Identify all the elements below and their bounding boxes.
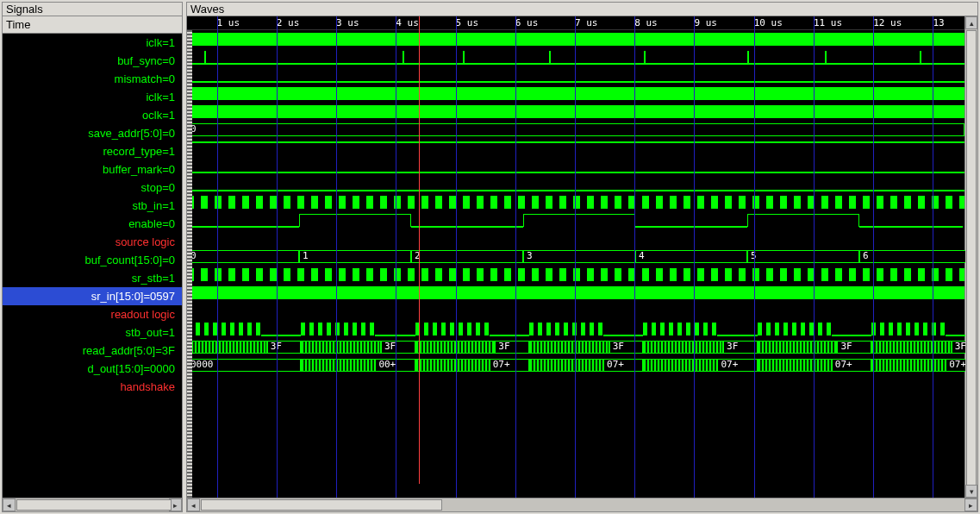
signal-row[interactable]: buf_count[15:0]=0 bbox=[3, 251, 182, 269]
waves-panel: Waves 1 us2 us3 us4 us5 us6 us7 us8 us9 … bbox=[186, 2, 978, 512]
signal-row[interactable]: buf_sync=0 bbox=[3, 52, 182, 70]
grid-line bbox=[575, 16, 576, 498]
wave-row[interactable] bbox=[187, 447, 964, 465]
grid-line bbox=[754, 16, 755, 498]
signals-title: Signals bbox=[3, 3, 182, 16]
scroll-left-icon[interactable]: ◂ bbox=[187, 498, 200, 511]
bus-hatch bbox=[529, 359, 603, 372]
wave-row[interactable] bbox=[187, 374, 964, 392]
hscroll-thumb[interactable] bbox=[201, 499, 442, 511]
pulse bbox=[463, 51, 465, 64]
ruler-tick: 9 us bbox=[694, 17, 717, 28]
wave-row[interactable] bbox=[187, 284, 964, 302]
signal-row[interactable]: save_addr[5:0]=0 bbox=[3, 124, 182, 142]
signal-row[interactable]: mismatch=0 bbox=[3, 70, 182, 88]
vscroll-thumb[interactable] bbox=[966, 30, 977, 486]
signal-row[interactable]: sr_in[15:0]=0597 bbox=[3, 287, 182, 305]
signals-list[interactable]: iclk=1buf_sync=0mismatch=0iclk=1oclk=1sa… bbox=[3, 34, 182, 498]
signals-hscroll[interactable]: ◂ ▸ bbox=[3, 498, 182, 511]
signal-row[interactable]: d_out[15:0]=0000 bbox=[3, 360, 182, 378]
signal-row[interactable]: readout logic bbox=[3, 305, 182, 323]
wave-row[interactable] bbox=[187, 85, 964, 103]
scroll-up-icon[interactable]: ▴ bbox=[965, 16, 977, 29]
bus-hatch bbox=[643, 359, 717, 372]
wave-area[interactable]: 1 us2 us3 us4 us5 us6 us7 us8 us9 us10 u… bbox=[187, 16, 964, 498]
bus-hatch bbox=[758, 341, 838, 354]
wave-row[interactable] bbox=[187, 320, 964, 338]
bus-value: 3F bbox=[495, 341, 529, 354]
wave-row[interactable] bbox=[187, 175, 964, 193]
signal-row[interactable]: iclk=1 bbox=[3, 34, 182, 52]
wave-row[interactable] bbox=[187, 211, 964, 229]
pulse bbox=[920, 51, 921, 64]
wave-row[interactable]: 0123456 bbox=[187, 248, 964, 266]
wave-row[interactable]: 0 bbox=[187, 121, 964, 139]
waves-vscroll[interactable]: ▴ ▾ bbox=[964, 16, 977, 498]
wave-row[interactable] bbox=[187, 411, 964, 429]
wave-row[interactable] bbox=[187, 429, 964, 447]
time-cursor[interactable] bbox=[419, 16, 420, 484]
wave-row[interactable] bbox=[187, 48, 964, 66]
ruler-tick: 1 us bbox=[217, 17, 240, 28]
bus-value: 3F bbox=[837, 341, 871, 354]
wave-row[interactable] bbox=[187, 103, 964, 121]
wave-row[interactable] bbox=[187, 229, 964, 248]
grid-line bbox=[396, 16, 396, 498]
ruler-tick: 12 us bbox=[873, 17, 902, 28]
wave-row[interactable]: 3F3F3F3F3F3F3F bbox=[187, 338, 964, 356]
bus-hatch bbox=[758, 359, 832, 372]
signal-row[interactable]: read_addr[5:0]=3F bbox=[3, 342, 182, 360]
grid-line bbox=[336, 16, 337, 498]
bus-value: 5 bbox=[747, 250, 859, 263]
grid-line bbox=[634, 16, 635, 498]
ruler-tick: 4 us bbox=[396, 17, 419, 28]
scroll-right-icon[interactable]: ▸ bbox=[964, 498, 977, 511]
time-label: Time bbox=[3, 16, 182, 34]
signal-row[interactable]: source logic bbox=[3, 233, 182, 251]
time-ruler[interactable]: 1 us2 us3 us4 us5 us6 us7 us8 us9 us10 u… bbox=[187, 16, 964, 30]
wave-row[interactable] bbox=[187, 30, 964, 48]
signal-row[interactable]: handshake bbox=[3, 378, 182, 396]
grid-line bbox=[456, 16, 457, 498]
ruler-tick: 8 us bbox=[634, 17, 658, 28]
signal-row[interactable]: sr_stb=1 bbox=[3, 269, 182, 287]
drag-handle[interactable] bbox=[187, 30, 192, 498]
scroll-thumb[interactable] bbox=[16, 499, 172, 511]
signal-row[interactable]: buffer_mark=0 bbox=[3, 160, 182, 179]
waves-body[interactable]: 1 us2 us3 us4 us5 us6 us7 us8 us9 us10 u… bbox=[187, 16, 977, 498]
wave-row[interactable] bbox=[187, 157, 964, 175]
bus-value: 07+ bbox=[490, 359, 529, 372]
bus-hatch bbox=[415, 359, 490, 372]
signal-row[interactable]: enable=0 bbox=[3, 215, 182, 233]
signal-row[interactable]: stb_in=1 bbox=[3, 197, 182, 215]
bus-value: 0000 bbox=[187, 359, 301, 372]
wave-row[interactable] bbox=[187, 193, 964, 211]
wave-row[interactable] bbox=[187, 266, 964, 284]
scroll-left-icon[interactable]: ◂ bbox=[3, 498, 16, 511]
wave-row[interactable] bbox=[187, 66, 964, 85]
signal-row[interactable]: stb_out=1 bbox=[3, 323, 182, 342]
waves-title: Waves bbox=[187, 3, 977, 16]
wave-row[interactable] bbox=[187, 302, 964, 320]
bus-value: 3F bbox=[381, 341, 415, 354]
signal-row[interactable]: iclk=1 bbox=[3, 88, 182, 106]
signal-row[interactable]: record_type=1 bbox=[3, 142, 182, 160]
bus-hatch bbox=[301, 359, 375, 372]
bus-value: 07+ bbox=[832, 359, 871, 372]
signal-row[interactable]: stop=0 bbox=[3, 179, 182, 197]
grid-line bbox=[873, 16, 874, 498]
ruler-tick: 10 us bbox=[754, 17, 783, 28]
scroll-down-icon[interactable]: ▾ bbox=[965, 485, 977, 498]
ruler-tick: 2 us bbox=[277, 17, 300, 28]
bus-hatch bbox=[187, 341, 267, 354]
wave-row[interactable] bbox=[187, 139, 964, 157]
waves-hscroll[interactable]: ◂ ▸ bbox=[187, 498, 977, 511]
bus-value: 3 bbox=[523, 250, 635, 263]
signal-row[interactable]: oclk=1 bbox=[3, 106, 182, 124]
wave-row[interactable]: 000000+07+07+07+07+07+ bbox=[187, 356, 964, 374]
ruler-tick: 5 us bbox=[456, 17, 479, 28]
wave-row[interactable] bbox=[187, 392, 964, 411]
bus-value: 6 bbox=[859, 250, 971, 263]
wave-row[interactable] bbox=[187, 465, 964, 483]
bus-value: 4 bbox=[635, 250, 747, 263]
